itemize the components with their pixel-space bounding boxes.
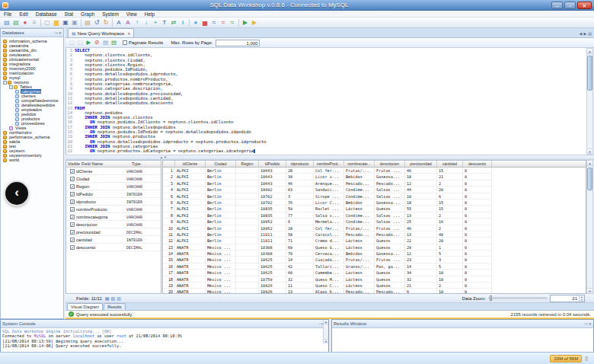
- grid-col-descripcion[interactable]: descripcion: [375, 161, 405, 167]
- table-row[interactable]: 9ALFKIBerlin109526Mermela...Condime...Sa…: [163, 219, 586, 225]
- menu-stat[interactable]: Stat: [61, 11, 78, 18]
- grid-col-descuento[interactable]: descuento: [463, 161, 492, 167]
- line-chart-red-icon[interactable]: ≈: [219, 18, 228, 27]
- field-row-nombrecategoria[interactable]: ✓nombrecategoriaVARCHAR: [66, 213, 161, 221]
- save-icon[interactable]: ▣: [61, 18, 70, 27]
- db-disconnect-icon[interactable]: ●: [21, 18, 30, 27]
- field-row-Ciudad[interactable]: ✓CiudadVARCHAR: [66, 175, 161, 183]
- table-row[interactable]: 6ALFKIBerlin1070276Licor C...BebidasGase…: [163, 200, 586, 206]
- copy-results-icon[interactable]: ▤: [101, 39, 110, 47]
- field-row-nombreProducto[interactable]: ✓nombreProductoVARCHAR: [66, 206, 161, 213]
- field-row-cantidad[interactable]: ✓cantidadINTEGER: [66, 236, 161, 244]
- system-console-log[interactable]: SQL Data Workshop Engine Initializing...…: [1, 328, 328, 352]
- field-row-Region[interactable]: ✓RegionVARCHAR: [66, 183, 161, 190]
- table-row[interactable]: 11ALFKIBerlin1101158Caracol...Pescado...…: [163, 231, 586, 238]
- field-row-descripcion[interactable]: ✓descripcionVARCHAR: [66, 221, 161, 228]
- menu-file[interactable]: File: [0, 11, 15, 18]
- new-file-icon[interactable]: ▢: [43, 18, 52, 27]
- tab-scroll-right-icon[interactable]: ▶: [583, 31, 586, 36]
- console-scroll-up-icon[interactable]: ▲: [324, 320, 328, 324]
- save-all-icon[interactable]: ▣: [70, 18, 79, 27]
- sql-editor[interactable]: 1SELECT2 neptuno.clientes.idCliente,3 ne…: [65, 48, 586, 155]
- tree-item-world[interactable]: world: [1, 158, 63, 162]
- insert-tool-icon[interactable]: I: [178, 18, 187, 27]
- tab-list-icon[interactable]: ▤: [588, 31, 592, 36]
- open-folder-icon[interactable]: ▆: [52, 18, 61, 27]
- collapse-icon[interactable]: −: [3, 81, 7, 85]
- menu-database[interactable]: Database: [32, 11, 61, 18]
- paste-icon[interactable]: ▤: [83, 18, 92, 27]
- field-row-descuento[interactable]: ✓descuentoDECIMAL: [66, 244, 161, 251]
- menu-graph[interactable]: Graph: [77, 11, 98, 18]
- grid-scroll-down-icon[interactable]: ▼: [587, 288, 592, 293]
- invert-fields-icon[interactable]: ▥: [117, 296, 121, 301]
- tab-results[interactable]: Results: [104, 303, 125, 310]
- table-row[interactable]: 16ANATRMéxico ...1062542Tallari...Granos…: [163, 263, 586, 270]
- trash-icon[interactable]: ▯: [585, 356, 588, 362]
- table-row[interactable]: 2ALFKIBerlin1064339Licor v...BebidasGase…: [163, 174, 586, 180]
- add-icon[interactable]: +: [151, 18, 160, 27]
- grid-scrollbar[interactable]: ▲ ▼: [586, 160, 593, 294]
- pin-icon[interactable]: ▪: [586, 321, 588, 326]
- menu-help[interactable]: Help: [141, 11, 158, 18]
- grid-col-IdPedido[interactable]: IdPedido: [259, 161, 286, 167]
- line-chart-green-icon[interactable]: ≈: [228, 18, 237, 27]
- menu-system[interactable]: System: [98, 11, 123, 18]
- table-row[interactable]: 5ALFKIBerlin107023Sirope ...Condime...Sa…: [163, 193, 586, 200]
- float-icon[interactable]: ▫: [319, 321, 321, 326]
- grid-col-idCliente[interactable]: idCliente: [175, 161, 206, 167]
- run-script-icon[interactable]: ▶: [241, 18, 250, 27]
- color-fill-icon[interactable]: ●: [191, 18, 200, 27]
- font-decrease-icon[interactable]: A: [123, 18, 133, 27]
- horizontal-splitter[interactable]: ▲▼: [65, 155, 594, 160]
- pin-icon[interactable]: ▪: [56, 30, 58, 35]
- select-none-fields-icon[interactable]: ▧: [110, 296, 115, 301]
- table-row[interactable]: 7ALFKIBerlin1083559Raclet ...LácteosQues…: [163, 206, 586, 212]
- undo-icon[interactable]: ↺: [92, 18, 101, 27]
- scroll-up-icon[interactable]: ▲: [587, 49, 592, 54]
- table-row[interactable]: 19ANATRMéxico ...1092611Queso C...Lácteo…: [163, 283, 586, 289]
- export-script-icon[interactable]: ▢: [68, 39, 76, 47]
- console-scroll-down-icon[interactable]: ▼: [324, 339, 328, 343]
- menu-view[interactable]: View: [123, 11, 141, 18]
- field-row-idproducto[interactable]: ✓idproductoINTEGER: [66, 198, 161, 206]
- tab-scroll-left-icon[interactable]: ◀: [580, 31, 583, 36]
- redo-icon[interactable]: ↻: [101, 18, 110, 27]
- db-server-icon[interactable]: ▤: [2, 18, 11, 27]
- grid-scroll-thumb[interactable]: [587, 168, 592, 190]
- back-overlay-button[interactable]: ‹: [5, 182, 28, 205]
- move-up-icon[interactable]: ↑: [133, 18, 142, 27]
- table-row[interactable]: 10ALFKIBerlin1095228Col fer...Frutas/...…: [163, 225, 586, 231]
- data-zoom-slider[interactable]: [488, 297, 548, 299]
- table-row[interactable]: 20ANATRMéxico ...1092613Algas K...Pescad…: [163, 289, 586, 294]
- grid-scroll-up-icon[interactable]: ▲: [587, 161, 592, 166]
- table-row[interactable]: 14ANATRMéxico ...1030870Cerveza...Bebida…: [163, 251, 586, 257]
- stop-query-icon[interactable]: ⊘: [93, 39, 101, 47]
- table-row[interactable]: 12ALFKIBerlin1101171Crema d...LácteosQue…: [163, 238, 586, 244]
- table-row[interactable]: 13ANATRMéxico ...1030869Queso G...Lácteo…: [163, 244, 586, 251]
- close-button[interactable]: ✕: [577, 2, 592, 9]
- sql-file-icon[interactable]: ≡: [30, 18, 39, 27]
- save-script-icon[interactable]: ▢: [76, 39, 85, 47]
- field-row-idCliente[interactable]: ✓idClienteVARCHAR: [66, 168, 161, 175]
- menu-edit[interactable]: Edit: [15, 11, 31, 18]
- field-row-IdPedido[interactable]: ✓IdPedidoINTEGER: [66, 190, 161, 198]
- data-zoom-input[interactable]: 21 ▴ ▾: [550, 295, 585, 302]
- minimize-button[interactable]: –: [551, 2, 563, 9]
- tab-new-query-workspace[interactable]: ▤ New Query Workspace ✕: [68, 28, 134, 37]
- console-scrollbar[interactable]: ▲ ▼: [323, 320, 328, 343]
- transpose-icon[interactable]: ⇄: [169, 18, 178, 27]
- line-chart-blue-icon[interactable]: ≈: [209, 18, 219, 27]
- editor-scroll-thumb[interactable]: [587, 56, 592, 91]
- data-zoom-thumb[interactable]: [490, 295, 492, 301]
- table-row[interactable]: 3ALFKIBerlin1064346Arenque...Pescado...P…: [163, 180, 586, 187]
- grid-col-Ciudad[interactable]: Ciudad: [206, 161, 236, 167]
- close-icon[interactable]: ✕: [589, 321, 592, 326]
- paginate-checkbox[interactable]: [123, 40, 127, 45]
- float-icon[interactable]: ▫: [54, 30, 56, 35]
- table-row[interactable]: 17ANATRMéxico ...1062560Camembe...Lácteo…: [163, 270, 586, 276]
- editor-scrollbar[interactable]: ▲ ▼: [586, 48, 593, 155]
- close-icon[interactable]: ✕: [59, 30, 62, 35]
- bookmark-icon[interactable]: ▶: [250, 18, 259, 27]
- grid-col-cantidad[interactable]: cantidad: [437, 161, 463, 167]
